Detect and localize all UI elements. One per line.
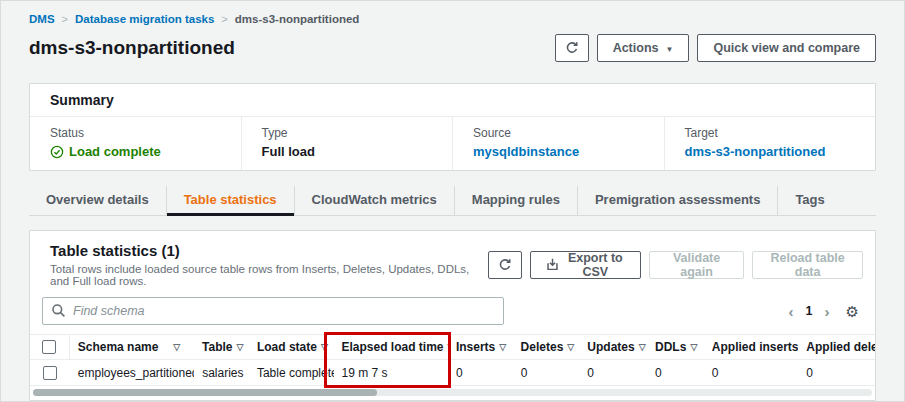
check-circle-icon: [50, 145, 64, 159]
refresh-button[interactable]: [555, 34, 589, 62]
field-label: Target: [685, 126, 856, 140]
target-link[interactable]: dms-s3-nonpartitioned: [685, 144, 856, 159]
column-label: Updates: [587, 340, 634, 354]
select-all-cell: [30, 335, 70, 359]
reload-table-data-button[interactable]: Reload table data: [752, 251, 863, 279]
cell-load-state: Table completed: [249, 366, 334, 380]
table-header-row: Schema name ▽ Table ▽ Load state ▽ Elaps…: [30, 334, 875, 360]
sort-icon: ▽: [567, 342, 574, 352]
column-label: Table: [202, 340, 232, 354]
sort-icon: ▽: [237, 342, 244, 352]
cell-table: salaries: [194, 366, 249, 380]
panel-title: Table statistics (1): [50, 242, 488, 259]
breadcrumb-current: dms-s3-nonpartitioned: [235, 13, 360, 25]
breadcrumb-separator-icon: >: [221, 13, 227, 25]
quick-view-compare-label: Quick view and compare: [713, 41, 860, 55]
sort-icon: ▽: [499, 342, 506, 352]
row-select-cell: [30, 360, 70, 385]
cell-ddls: 0: [647, 366, 704, 380]
search-input[interactable]: [42, 297, 504, 325]
column-header-schema-name[interactable]: Schema name ▽: [70, 340, 194, 354]
column-header-updates[interactable]: Updates ▽: [579, 340, 647, 354]
reload-table-data-label: Reload table data: [768, 251, 847, 279]
refresh-icon: [565, 41, 579, 55]
tab-cloudwatch-metrics[interactable]: CloudWatch metrics: [294, 186, 454, 215]
validate-again-label: Validate again: [665, 251, 728, 279]
field-label: Status: [50, 126, 221, 140]
status-text: Load complete: [69, 144, 161, 159]
cell-schema-name: employees_partitioned: [70, 366, 194, 380]
export-csv-button[interactable]: Export to CSV: [530, 251, 641, 279]
column-header-applied-deletes[interactable]: Applied deletes ▽: [798, 340, 875, 354]
column-header-deletes[interactable]: Deletes ▽: [513, 340, 580, 354]
source-link[interactable]: mysqldbinstance: [473, 144, 644, 159]
panel-head-text: Table statistics (1) Total rows include …: [50, 242, 488, 287]
column-label: Schema name: [78, 340, 159, 354]
panel-buttons: Export to CSV Validate again Reload tabl…: [488, 242, 863, 287]
cell-elapsed-load-time: 19 m 7 s: [334, 366, 448, 380]
panel-head: Table statistics (1) Total rows include …: [30, 231, 875, 287]
cell-updates: 0: [579, 366, 647, 380]
panel-description: Total rows include loaded source table r…: [50, 263, 488, 287]
dms-task-page: DMS > Database migration tasks > dms-s3-…: [0, 0, 905, 402]
scrollbar-thumb[interactable]: [33, 389, 377, 396]
summary-field-target: Target dms-s3-nonpartitioned: [664, 117, 876, 170]
tab-mapping-rules[interactable]: Mapping rules: [454, 186, 577, 215]
chevron-right-icon[interactable]: ›: [825, 304, 830, 319]
field-label: Source: [473, 126, 644, 140]
select-all-checkbox[interactable]: [42, 340, 56, 354]
tab-overview-details[interactable]: Overview details: [29, 186, 166, 215]
column-header-load-state[interactable]: Load state ▽: [249, 340, 334, 354]
current-page[interactable]: 1: [806, 304, 813, 318]
table-toolbar: ‹ 1 › ⚙: [30, 287, 875, 325]
column-header-table[interactable]: Table ▽: [194, 340, 249, 354]
page-header: dms-s3-nonpartitioned Actions ▼ Quick vi…: [1, 25, 904, 62]
breadcrumb-link-dms[interactable]: DMS: [29, 13, 55, 25]
search-box: [42, 297, 504, 325]
column-label: Elapsed load time: [341, 340, 443, 354]
export-csv-label: Export to CSV: [566, 251, 625, 279]
pagination: ‹ 1 › ⚙: [789, 304, 863, 319]
column-label: Inserts: [456, 340, 495, 354]
field-label: Type: [262, 126, 433, 140]
table-statistics-panel: Table statistics (1) Total rows include …: [29, 230, 876, 401]
column-header-applied-inserts[interactable]: Applied inserts ▽: [704, 340, 799, 354]
cell-applied-inserts: 0: [704, 366, 799, 380]
row-checkbox[interactable]: [43, 366, 57, 380]
column-label: Applied inserts: [712, 340, 799, 354]
settings-gear-icon[interactable]: ⚙: [846, 304, 859, 319]
quick-view-compare-button[interactable]: Quick view and compare: [697, 34, 876, 62]
column-header-ddls[interactable]: DDLs ▽: [647, 340, 704, 354]
breadcrumb-link-tasks[interactable]: Database migration tasks: [75, 13, 214, 25]
sort-icon: ▽: [173, 342, 180, 352]
status-badge: Load complete: [50, 144, 221, 159]
sort-icon: ▽: [321, 342, 328, 352]
column-header-inserts[interactable]: Inserts ▽: [448, 340, 513, 354]
export-icon: [546, 258, 559, 271]
validate-again-button[interactable]: Validate again: [649, 251, 744, 279]
summary-field-source: Source mysqldbinstance: [452, 117, 664, 170]
statistics-table: Schema name ▽ Table ▽ Load state ▽ Elaps…: [30, 334, 875, 386]
column-label: DDLs: [655, 340, 686, 354]
refresh-icon: [498, 258, 512, 272]
cell-applied-deletes: 0: [798, 366, 875, 380]
horizontal-scrollbar[interactable]: [33, 389, 872, 396]
breadcrumb-separator-icon: >: [62, 13, 68, 25]
summary-card: Summary Status Load complete Type Full l…: [29, 83, 876, 171]
chevron-left-icon[interactable]: ‹: [789, 304, 794, 319]
column-header-elapsed-load-time[interactable]: Elapsed load time ▽: [333, 340, 447, 354]
header-actions: Actions ▼ Quick view and compare: [555, 34, 876, 62]
tab-tags[interactable]: Tags: [777, 186, 841, 215]
table-refresh-button[interactable]: [488, 251, 522, 279]
actions-button[interactable]: Actions ▼: [597, 34, 690, 62]
summary-field-status: Status Load complete: [30, 117, 241, 170]
column-label: Load state: [257, 340, 317, 354]
tab-premigration-assessments[interactable]: Premigration assessments: [577, 186, 777, 215]
page-title: dms-s3-nonpartitioned: [29, 37, 235, 59]
summary-body: Status Load complete Type Full load Sour…: [30, 117, 875, 170]
tab-table-statistics[interactable]: Table statistics: [166, 186, 294, 215]
cell-deletes: 0: [513, 366, 580, 380]
tab-bar: Overview details Table statistics CloudW…: [29, 186, 876, 216]
breadcrumb: DMS > Database migration tasks > dms-s3-…: [1, 1, 904, 25]
summary-field-type: Type Full load: [241, 117, 453, 170]
